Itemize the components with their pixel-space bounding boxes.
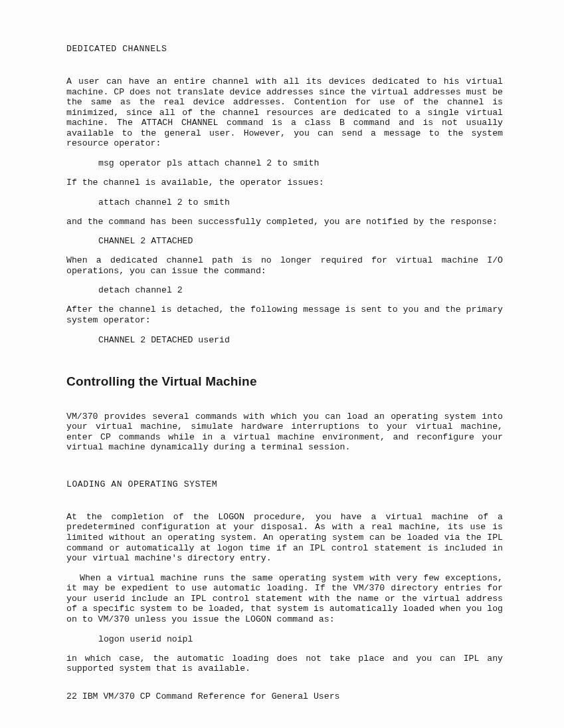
paragraph: A user can have an entire channel with a… — [66, 76, 503, 149]
command-example: logon userid noipl — [98, 634, 503, 644]
command-example: attach channel 2 to smith — [98, 197, 503, 207]
response-example: CHANNEL 2 ATTACHED — [98, 236, 503, 246]
paragraph: in which case, the automatic loading doe… — [66, 654, 503, 674]
response-example: CHANNEL 2 DETACHED userid — [98, 335, 503, 345]
paragraph: If the channel is available, the operato… — [66, 178, 503, 188]
paragraph: VM/370 provides several commands with wh… — [66, 412, 503, 453]
command-example: msg operator pls attach channel 2 to smi… — [98, 158, 503, 168]
paragraph: After the channel is detached, the follo… — [66, 304, 503, 325]
document-page: DEDICATED CHANNELS A user can have an en… — [0, 0, 564, 728]
paragraph: At the completion of the LOGON procedure… — [66, 512, 503, 564]
page-footer: 22 IBM VM/370 CP Command Reference for G… — [66, 691, 340, 701]
paragraph: and the command has been successfully co… — [66, 217, 503, 227]
command-example: detach channel 2 — [98, 285, 503, 295]
paragraph: When a dedicated channel path is no long… — [66, 255, 503, 276]
heading-controlling-vm: Controlling the Virtual Machine — [66, 374, 503, 389]
subheading-loading-os: LOADING AN OPERATING SYSTEM — [66, 479, 503, 489]
paragraph: When a virtual machine runs the same ope… — [66, 573, 503, 625]
section-title-dedicated-channels: DEDICATED CHANNELS — [66, 44, 503, 54]
